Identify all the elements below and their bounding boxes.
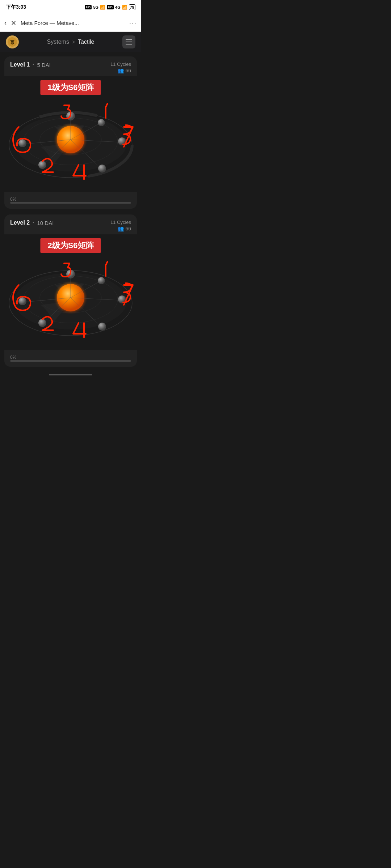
- level-1-banner: 1级为S6矩阵: [40, 80, 101, 95]
- level-1-dai: 5 DAI: [37, 62, 51, 68]
- svg-point-32: [98, 277, 105, 284]
- level-2-cycles-info: 11 Cycles 👥 66: [110, 220, 131, 231]
- signal-bars-1: 📶: [100, 5, 105, 10]
- svg-point-13: [18, 139, 26, 147]
- battery-indicator: 79: [129, 4, 135, 10]
- breadcrumb-current: Tactile: [78, 39, 94, 45]
- participants-2-icon: 👥: [118, 226, 124, 231]
- svg-point-29: [98, 323, 106, 331]
- level-2-card[interactable]: Level 2 • 10 DAI 11 Cycles 👥 66: [4, 214, 137, 367]
- svg-point-10: [118, 137, 126, 145]
- svg-point-12: [38, 161, 46, 169]
- home-bar: [49, 374, 92, 375]
- menu-line-2: [126, 42, 132, 42]
- level-2-orbit[interactable]: 2级为S6矩阵: [4, 234, 137, 350]
- level-1-info: Level 1 • 5 DAI: [10, 61, 51, 68]
- level-1-progress: 0%: [4, 192, 137, 209]
- level-2-progress-bar-bg: [10, 360, 131, 362]
- level-2-dai: 10 DAI: [37, 220, 54, 226]
- status-time: 下午3:03: [6, 4, 26, 10]
- browser-nav[interactable]: ‹ ✕: [4, 19, 16, 27]
- breadcrumb-separator: >: [72, 39, 75, 45]
- menu-line-1: [126, 39, 132, 40]
- hd-badge-1: HD: [85, 5, 92, 9]
- browser-bar: ‹ ✕ Meta Force — Metave... ···: [0, 14, 141, 32]
- logo-icon: [7, 37, 17, 47]
- level-2-label: Level 2: [10, 220, 30, 226]
- level-2-participants: 👥 66: [110, 226, 131, 231]
- breadcrumb: Systems > Tactile: [19, 39, 122, 45]
- participants-1-icon: 👥: [118, 68, 124, 73]
- home-indicator: [0, 371, 141, 378]
- svg-point-28: [118, 295, 126, 303]
- level-2-info: Level 2 • 10 DAI: [10, 220, 54, 226]
- level-1-card[interactable]: Level 1 • 5 DAI 11 Cycles 👥 66: [4, 56, 137, 209]
- status-right: HD 5G 📶 HD 4G 📶 79: [85, 4, 135, 10]
- svg-point-30: [38, 319, 46, 327]
- level-2-cycles: 11 Cycles: [110, 220, 131, 225]
- level-1-orbit[interactable]: 1级为S6矩阵: [4, 76, 137, 192]
- svg-point-31: [18, 297, 26, 305]
- level-2-banner: 2级为S6矩阵: [40, 238, 101, 253]
- level-2-count: 66: [125, 226, 131, 231]
- menu-button[interactable]: [122, 35, 135, 48]
- level-1-cycles-info: 11 Cycles 👥 66: [110, 61, 131, 73]
- status-bar: 下午3:03 HD 5G 📶 HD 4G 📶 79: [0, 0, 141, 14]
- signal-bars-2: 📶: [122, 5, 127, 10]
- signal-4g: 4G: [115, 5, 121, 9]
- browser-title: Meta Force — Metave...: [21, 20, 125, 26]
- signal-5g: 5G: [93, 5, 98, 9]
- close-button[interactable]: ✕: [11, 19, 16, 27]
- hd-badge-2: HD: [107, 5, 114, 9]
- level-1-count: 66: [125, 68, 131, 73]
- svg-point-11: [98, 165, 106, 173]
- card-1-header: Level 1 • 5 DAI 11 Cycles 👥 66: [4, 56, 137, 76]
- level-1-progress-label: 0%: [10, 197, 16, 202]
- svg-point-1: [11, 41, 14, 44]
- app-header: Systems > Tactile: [0, 32, 141, 52]
- menu-line-3: [126, 44, 132, 44]
- level-1-dot: •: [33, 62, 34, 67]
- main-content: Level 1 • 5 DAI 11 Cycles 👥 66: [0, 52, 141, 371]
- level-2-dot: •: [33, 220, 34, 225]
- level-1-progress-bar-bg: [10, 202, 131, 204]
- level-1-cycles: 11 Cycles: [110, 61, 131, 67]
- breadcrumb-parent[interactable]: Systems: [47, 39, 69, 45]
- level-2-progress: 0%: [4, 350, 137, 367]
- browser-more-button[interactable]: ···: [129, 19, 137, 27]
- app-logo[interactable]: [6, 35, 19, 48]
- level-2-progress-label: 0%: [10, 355, 16, 360]
- back-button[interactable]: ‹: [4, 19, 7, 27]
- level-1-label: Level 1: [10, 61, 30, 68]
- card-2-header: Level 2 • 10 DAI 11 Cycles 👥 66: [4, 214, 137, 234]
- level-1-participants: 👥 66: [110, 68, 131, 73]
- svg-point-14: [98, 119, 105, 126]
